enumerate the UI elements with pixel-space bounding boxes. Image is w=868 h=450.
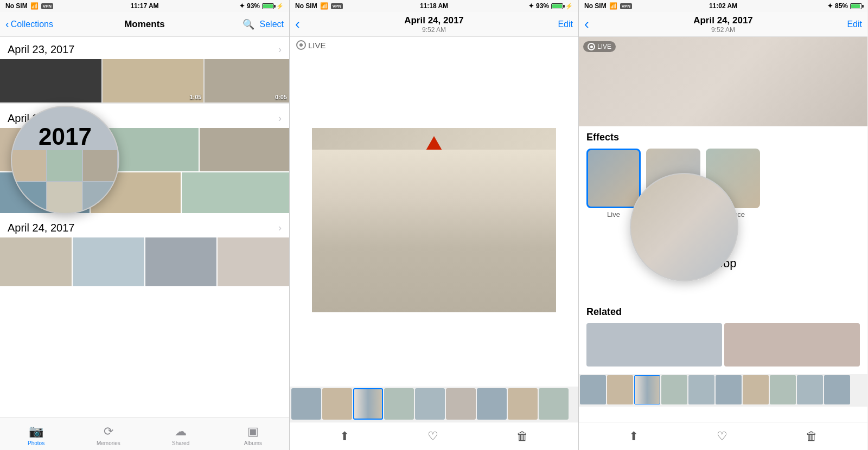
zoom-photo [47,150,81,181]
nav-right-2: Edit [558,20,573,29]
p3-scrollable[interactable]: LIVE Effects Live Loop Bo [579,37,867,422]
status-left-2: No SIM 📶 VPN [295,2,343,10]
photo-badge-duration: 1:05 [189,94,201,100]
nav-bar-3: ‹ April 24, 2017 9:52 AM Edit [579,12,867,37]
film-thumb[interactable] [477,388,507,420]
bluetooth-icon-1: ✦ [239,2,245,10]
film-thumb[interactable] [415,388,445,420]
heart-button-2[interactable]: ♡ [427,429,438,443]
photo-cell[interactable] [200,128,289,171]
p3-thumb[interactable] [743,375,769,404]
p3-thumb[interactable] [688,375,714,404]
loop-circle [630,173,738,281]
live-badge-3[interactable]: LIVE [583,41,616,52]
section-header-apr23: April 23, 2017 › [0,37,289,59]
trash-button-3[interactable]: 🗑 [806,429,818,443]
photo-cell[interactable] [145,237,217,286]
status-right-3: ✦ 85% [827,2,862,10]
p3-thumb[interactable] [716,375,742,404]
search-button-1[interactable]: 🔍 [242,18,254,30]
film-strip-2[interactable] [290,387,578,422]
nav-title-3: April 24, 2017 9:52 AM [693,15,753,34]
p3-thumb[interactable] [607,375,633,404]
bluetooth-icon-3: ✦ [827,2,833,10]
effects-title: Effects [586,132,860,143]
film-thumb[interactable] [384,388,414,420]
p3-thumb[interactable] [770,375,796,404]
related-thumb-2[interactable] [724,323,860,367]
related-thumb-1[interactable] [586,323,722,367]
chevron-apr24b: › [278,222,282,234]
p3-top-photo[interactable]: LIVE [579,37,867,126]
photos-tab-icon: 📷 [29,425,43,439]
film-thumb[interactable] [291,388,321,420]
back-button-3[interactable]: ‹ [584,16,589,33]
live-label-3: LIVE [597,43,611,50]
zoom-photo [12,182,46,213]
zoom-photos-grid [12,150,118,213]
nav-left-1: ‹ Collections [5,18,53,30]
tab-shared[interactable]: ☁ Shared [145,422,217,446]
photo-cell[interactable] [0,59,101,102]
film-thumb-selected[interactable] [353,388,383,420]
effect-thumb-live[interactable] [586,149,641,208]
film-thumb[interactable] [539,388,569,420]
edit-button-2[interactable]: Edit [558,20,573,29]
live-dot-3 [590,46,593,48]
p3-thumb[interactable] [580,375,606,404]
live-dot-2 [299,43,303,47]
nav-bar-1: ‹ Collections Moments 🔍 Select [0,12,289,37]
back-button-2[interactable]: ‹ [295,16,300,33]
effects-section: Effects Live Loop Bounce [579,126,867,279]
p3-thumb[interactable] [797,375,823,404]
photo-cell[interactable]: 0:05 [205,59,289,102]
tab-albums[interactable]: ▣ Albums [217,422,289,446]
vpn-badge-2: VPN [331,3,343,9]
p3-thumb[interactable] [824,375,850,404]
film-thumb[interactable] [508,388,538,420]
photo-date-title-3: April 24, 2017 [693,15,753,26]
nav-title-2: April 24, 2017 9:52 AM [404,15,464,34]
photo-cell[interactable] [0,237,72,286]
film-thumb[interactable] [322,388,352,420]
edit-button-3[interactable]: Edit [847,20,862,29]
photo-main-area[interactable] [290,53,578,387]
live-badge-2[interactable]: LIVE [290,37,578,53]
photo-cell[interactable] [73,237,144,286]
arrow-head [425,136,443,151]
effect-item-live[interactable]: Live [586,149,641,218]
photo-cell[interactable] [182,172,289,213]
photo-cell[interactable]: 1:05 [103,59,204,102]
share-button-3[interactable]: ⬆ [629,429,639,443]
loop-circle-wrapper: Loop [586,211,860,276]
live-circle-2 [296,40,306,50]
main-photo-image [312,128,556,312]
p3-thumb[interactable] [661,375,687,404]
tab-photos[interactable]: 📷 Photos [0,422,72,446]
nav-bar-2: ‹ April 24, 2017 9:52 AM Edit [290,12,578,37]
effects-container: Live Loop Bounce Loop [586,149,860,276]
status-left-3: No SIM 📶 VPN [584,2,632,10]
nav-title-1: Moments [124,19,165,30]
photo-date-title: April 24, 2017 [404,15,464,26]
film-thumb[interactable] [446,388,476,420]
collections-back-btn[interactable]: ‹ Collections [5,18,53,30]
select-button-1[interactable]: Select [260,20,284,29]
photo-cell[interactable] [218,237,289,286]
wifi-icon-2: 📶 [320,2,328,10]
battery-fill-2 [552,4,562,8]
trash-button-2[interactable]: 🗑 [516,429,528,443]
p3-thumb-selected[interactable] [634,375,660,404]
heart-button-3[interactable]: ♡ [717,429,727,443]
moments-scroll[interactable]: April 23, 2017 › 1:05 0:05 April 24, 201… [0,37,289,417]
p3-film-strip[interactable] [579,374,867,407]
share-button-2[interactable]: ⬆ [340,429,349,443]
shared-tab-icon: ☁ [175,425,187,439]
vpn-badge-1: VPN [41,3,53,9]
back-chevron-3: ‹ [584,16,589,33]
zoom-photo [83,182,117,213]
tab-memories[interactable]: ⟳ Memories [72,422,144,446]
photo-cell[interactable] [108,128,198,171]
zoom-photo [83,150,117,181]
battery-icon-3 [850,3,862,9]
